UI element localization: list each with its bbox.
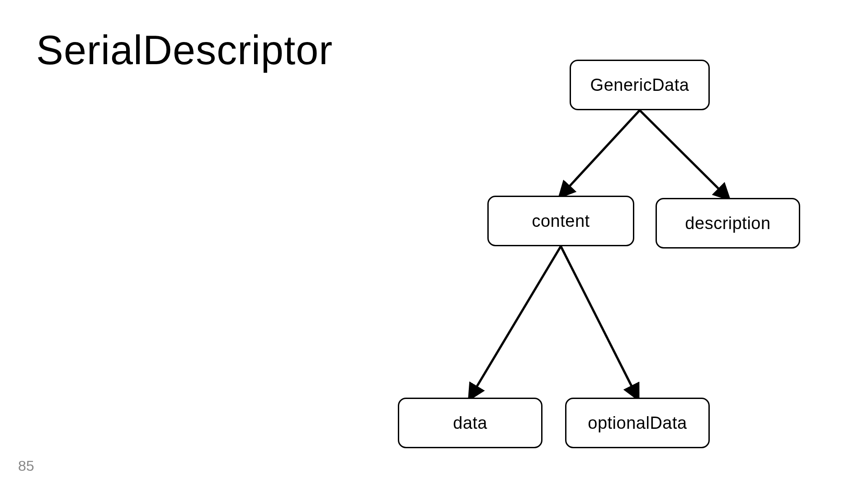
node-optional: optionalData: [565, 398, 710, 448]
edge-content-optional: [561, 246, 638, 398]
node-content: content: [487, 196, 634, 246]
edge-root-description: [640, 110, 728, 198]
node-data: data: [398, 398, 542, 448]
tree-diagram: GenericDatacontentdescriptiondataoptiona…: [0, 0, 868, 488]
edge-content-data: [470, 246, 561, 398]
edge-root-content: [561, 110, 640, 196]
node-root: GenericData: [570, 60, 710, 110]
node-description: description: [656, 198, 800, 249]
